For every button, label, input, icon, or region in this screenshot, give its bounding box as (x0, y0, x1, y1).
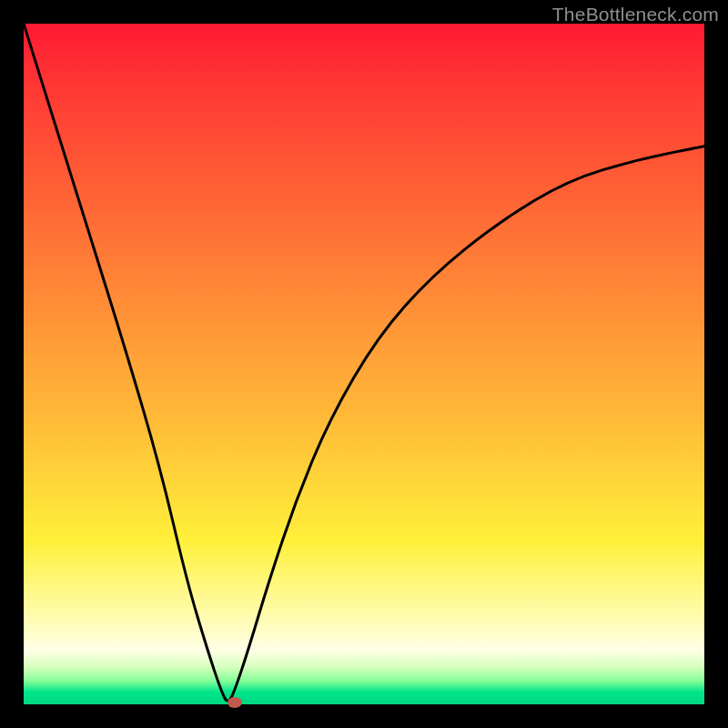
bottleneck-curve (24, 24, 704, 704)
plot-area (24, 24, 704, 704)
minimum-marker (228, 697, 242, 708)
chart-frame: TheBottleneck.com (0, 0, 728, 728)
watermark-text: TheBottleneck.com (552, 4, 719, 25)
